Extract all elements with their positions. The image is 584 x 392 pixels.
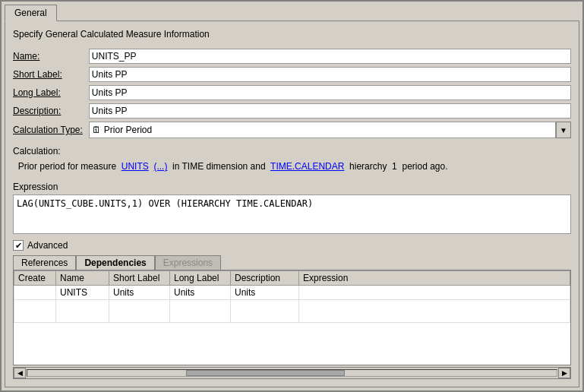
name-label: Name: — [13, 47, 89, 65]
calc-type-dropdown[interactable]: 🗓 Prior Period ▼ — [89, 122, 571, 138]
cell-name: UNITS — [56, 286, 109, 300]
cell-expression — [299, 286, 570, 300]
calc-type-label: Calculation Type: — [13, 120, 89, 140]
calc-text-mid2: hierarchy — [349, 161, 387, 172]
calc-hierarchy-link[interactable]: TIME.CALENDAR — [270, 161, 344, 172]
table-empty-row — [14, 300, 570, 323]
col-create: Create — [14, 271, 56, 286]
form-row-long-label: Long Label: — [13, 84, 571, 102]
scroll-track[interactable] — [27, 369, 557, 377]
col-long-label: Long Label — [170, 271, 231, 286]
calc-text-before: Prior period for measure — [18, 161, 116, 172]
calculation-section: Calculation: Prior period for measure UN… — [13, 146, 571, 175]
data-table: Create Name Short Label Long Label Descr… — [14, 270, 570, 323]
tab-dependencies[interactable]: Dependencies — [76, 255, 154, 270]
col-name: Name — [56, 271, 109, 286]
expression-textarea[interactable]: LAG(UNITS_CUBE.UNITS,1) OVER (HIERARCHY … — [13, 194, 571, 234]
form-table: Name: Short Label: Long Label: — [13, 47, 571, 140]
tab-references[interactable]: References — [13, 255, 76, 270]
scroll-left-btn[interactable]: ◀ — [14, 368, 26, 378]
calculation-text: Prior period for measure UNITS (...) in … — [13, 158, 571, 175]
short-label-label: Short Label: — [13, 65, 89, 84]
form-row-description: Description: — [13, 102, 571, 120]
tab-general[interactable]: General — [5, 5, 57, 21]
data-table-wrapper: Create Name Short Label Long Label Descr… — [13, 270, 571, 365]
advanced-label: Advanced — [27, 240, 68, 251]
description-input[interactable] — [89, 103, 571, 119]
expression-section: Expression LAG(UNITS_CUBE.UNITS,1) OVER … — [13, 182, 571, 236]
calc-type-field: 🗓 Prior Period ▼ — [89, 120, 571, 140]
advanced-row: ✔ Advanced — [13, 240, 571, 251]
horizontal-scrollbar[interactable]: ◀ ▶ — [13, 367, 571, 379]
calc-text-mid1: in TIME dimension and — [172, 161, 266, 172]
cell-description: Units — [231, 286, 299, 300]
table-row: UNITS Units Units Units — [14, 286, 570, 300]
scroll-right-btn[interactable]: ▶ — [558, 368, 570, 378]
long-label-input[interactable] — [89, 85, 571, 100]
form-row-calc-type: Calculation Type: 🗓 Prior Period ▼ — [13, 120, 571, 140]
tab-bar: General — [2, 2, 582, 21]
col-expression: Expression — [299, 271, 570, 286]
description-label: Description: — [13, 102, 89, 120]
cell-short-label: Units — [109, 286, 170, 300]
name-field — [89, 47, 571, 65]
content-area: Specify General Calculated Measure Infor… — [5, 21, 579, 387]
col-description: Description — [231, 271, 299, 286]
cell-long-label: Units — [170, 286, 231, 300]
calc-units-link[interactable]: UNITS — [122, 161, 149, 172]
long-label-label: Long Label: — [13, 84, 89, 102]
expression-label: Expression — [13, 182, 571, 192]
scroll-thumb[interactable] — [186, 370, 345, 376]
inner-tab-bar: References Dependencies Expressions — [13, 255, 571, 270]
calc-type-value: Prior Period — [104, 125, 152, 135]
name-input[interactable] — [89, 49, 571, 64]
calc-type-arrow[interactable]: ▼ — [556, 122, 571, 138]
short-label-field — [89, 65, 571, 84]
calc-parens-link[interactable]: (...) — [153, 161, 167, 172]
calc-type-icon: 🗓 — [92, 125, 101, 135]
form-row-name: Name: — [13, 47, 571, 65]
long-label-field — [89, 84, 571, 102]
section-title: Specify General Calculated Measure Infor… — [13, 29, 571, 40]
table-header-row: Create Name Short Label Long Label Descr… — [14, 271, 570, 286]
calc-text-end: period ago. — [402, 161, 447, 172]
description-field — [89, 102, 571, 120]
calc-period-num: 1 — [392, 161, 397, 172]
cell-create — [14, 286, 56, 300]
calculation-label: Calculation: — [13, 146, 571, 156]
col-short-label: Short Label — [109, 271, 170, 286]
short-label-input[interactable] — [89, 67, 571, 82]
tab-expressions[interactable]: Expressions — [155, 255, 221, 270]
main-window: General Specify General Calculated Measu… — [0, 0, 584, 392]
advanced-checkbox[interactable]: ✔ — [13, 240, 24, 251]
form-row-short-label: Short Label: — [13, 65, 571, 84]
